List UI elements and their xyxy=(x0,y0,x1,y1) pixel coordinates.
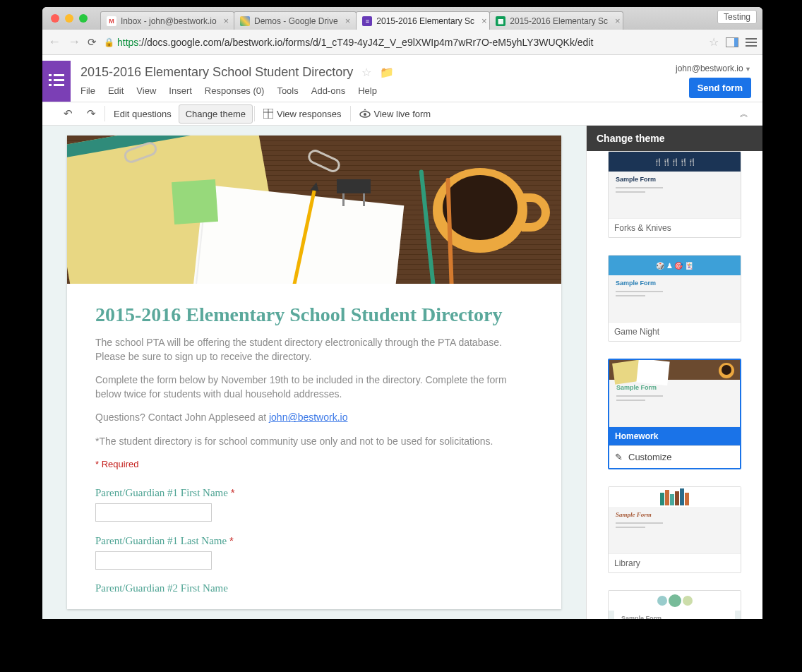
reload-icon[interactable]: ⟳ xyxy=(88,36,97,49)
folder-icon[interactable]: 📁 xyxy=(380,66,394,79)
menu-insert[interactable]: Insert xyxy=(169,85,192,96)
url-rest: ://docs.google.com/a/bestwork.io/forms/d… xyxy=(138,37,593,48)
svg-rect-5 xyxy=(54,84,64,86)
eye-icon xyxy=(359,108,371,119)
form-description-3: Questions? Contact John Appleseed at joh… xyxy=(95,411,533,425)
menu-view[interactable]: View xyxy=(136,85,156,96)
theme-thumb: Sample Form xyxy=(609,360,740,426)
contact-email-link[interactable]: john@bestwork.io xyxy=(269,412,348,423)
menu-tools[interactable]: Tools xyxy=(277,85,298,96)
browser-tab-gmail[interactable]: M Inbox - john@bestwork.io × xyxy=(100,11,234,30)
form-preview-pane[interactable]: 2015-2016 Elementary School Student Dire… xyxy=(42,126,586,619)
send-form-button[interactable]: Send form xyxy=(689,78,751,98)
menu-help[interactable]: Help xyxy=(358,85,377,96)
theme-panel: Change theme 🍴🍴🍴🍴🍴 Sample Form Forks & K… xyxy=(586,126,762,619)
separator xyxy=(104,106,105,121)
form-card: 2015-2016 Elementary School Student Dire… xyxy=(67,136,561,609)
forms-logo[interactable] xyxy=(42,61,71,102)
theme-list[interactable]: 🍴🍴🍴🍴🍴 Sample Form Forks & Knives 🎲 ♟ 🎯 🃏… xyxy=(587,151,762,619)
theme-card-homework[interactable]: Sample Form Homework ✎ Customize xyxy=(608,359,741,469)
tab-strip: M Inbox - john@bestwork.io × Demos - Goo… xyxy=(42,7,762,30)
forward-icon[interactable]: → xyxy=(68,35,80,49)
view-live-form-button[interactable]: View live form xyxy=(352,104,438,124)
theme-name: Game Night xyxy=(609,322,741,341)
required-legend: * Required xyxy=(95,459,533,469)
browser-tabs: M Inbox - john@bestwork.io × Demos - Goo… xyxy=(100,7,762,30)
theme-thumb: Sample Form xyxy=(609,591,741,619)
separator xyxy=(254,106,255,121)
close-icon[interactable]: × xyxy=(224,16,229,26)
maximize-window-icon[interactable] xyxy=(79,14,88,23)
form-description-4: *The student directory is for school com… xyxy=(95,435,533,449)
edit-questions-button[interactable]: Edit questions xyxy=(107,104,179,124)
question-input-2[interactable] xyxy=(95,551,212,570)
required-asterisk: * xyxy=(231,486,235,498)
form-body: 2015-2016 Elementary School Student Dire… xyxy=(67,284,561,614)
tab-label: Inbox - john@bestwork.io xyxy=(121,16,217,26)
close-window-icon[interactable] xyxy=(51,14,59,23)
menu-file[interactable]: File xyxy=(80,85,95,96)
svg-rect-4 xyxy=(49,84,52,86)
theme-hero-image xyxy=(67,136,561,284)
theme-card-next[interactable]: Sample Form xyxy=(608,590,741,619)
question-label-2: Parent/Guardian #1 Last Name * xyxy=(95,534,533,547)
theme-name: Library xyxy=(609,553,741,572)
theme-name: Homework xyxy=(609,426,740,445)
document-title[interactable]: 2015-2016 Elementary School Student Dire… xyxy=(80,65,353,80)
close-icon[interactable]: × xyxy=(345,16,351,26)
forms-toolbar: ↶ ↷ Edit questions Change theme View res… xyxy=(42,102,762,126)
browser-tab-drive[interactable]: Demos - Google Drive × xyxy=(234,11,357,30)
star-icon[interactable]: ☆ xyxy=(361,66,371,79)
required-asterisk: * xyxy=(229,534,234,546)
thumb-sample-label: Sample Form xyxy=(616,280,734,287)
thumb-sample-label: Sample Form xyxy=(621,615,728,619)
theme-card-forks-knives[interactable]: 🍴🍴🍴🍴🍴 Sample Form Forks & Knives xyxy=(608,151,741,238)
collapse-toolbar-icon[interactable]: ︽ xyxy=(740,108,748,120)
question-label-3: Parent/Guardian #2 First Name xyxy=(95,582,533,594)
svg-rect-2 xyxy=(49,79,52,81)
theme-thumb: Sample Form xyxy=(609,487,741,553)
close-icon[interactable]: × xyxy=(481,16,487,26)
theme-card-game-night[interactable]: 🎲 ♟ 🎯 🃏 Sample Form Game Night xyxy=(608,255,741,342)
change-theme-button[interactable]: Change theme xyxy=(179,104,253,124)
minimize-window-icon[interactable] xyxy=(65,14,73,23)
customize-theme-button[interactable]: ✎ Customize xyxy=(609,445,740,468)
svg-rect-0 xyxy=(49,74,52,76)
menu-icon[interactable] xyxy=(746,38,757,47)
form-description-2: Complete the form below by November 19th… xyxy=(95,373,533,401)
browser-tab-sheets[interactable]: ▦ 2015-2016 Elementary Sc × xyxy=(489,11,623,30)
menu-responses[interactable]: Responses (0) xyxy=(205,85,265,96)
redo-icon[interactable]: ↷ xyxy=(80,103,103,124)
thumb-sample-label: Sample Form xyxy=(616,384,733,391)
menu-addons[interactable]: Add-ons xyxy=(311,85,345,96)
content-row: 2015-2016 Elementary School Student Dire… xyxy=(42,126,762,619)
account-email[interactable]: john@bestwork.io xyxy=(676,64,751,73)
theme-name: Forks & Knives xyxy=(609,218,741,237)
sheets-icon: ▦ xyxy=(496,16,505,26)
list-icon xyxy=(49,73,64,88)
user-area: john@bestwork.io Send form xyxy=(676,61,751,98)
close-icon[interactable]: × xyxy=(615,16,621,26)
forms-icon: ≡ xyxy=(362,16,372,26)
svg-point-10 xyxy=(364,113,366,116)
url-field[interactable]: 🔒 https://docs.google.com/a/bestwork.io/… xyxy=(104,37,702,48)
view-responses-button[interactable]: View responses xyxy=(256,104,349,124)
side-panel-icon[interactable] xyxy=(726,37,738,47)
thumb-sample-label: Sample Form xyxy=(616,511,734,518)
gmail-icon: M xyxy=(107,16,116,26)
browser-tab-forms[interactable]: ≡ 2015-2016 Elementary Sc × xyxy=(356,11,490,30)
undo-icon[interactable]: ↶ xyxy=(56,103,80,124)
url-https: https xyxy=(117,37,138,48)
theme-card-library[interactable]: Sample Form Library xyxy=(608,486,741,573)
menu-edit[interactable]: Edit xyxy=(108,85,124,96)
bookmark-star-icon[interactable]: ☆ xyxy=(709,35,719,49)
customize-label: Customize xyxy=(628,452,671,462)
question-input-1[interactable] xyxy=(95,503,212,522)
thumb-sample-label: Sample Form xyxy=(616,176,734,183)
drive-icon xyxy=(240,16,250,26)
svg-rect-3 xyxy=(54,79,64,81)
view-live-label: View live form xyxy=(374,109,431,119)
back-icon[interactable]: ← xyxy=(48,35,61,49)
theme-thumb: 🎲 ♟ 🎯 🃏 Sample Form xyxy=(609,256,741,322)
tab-label: 2015-2016 Elementary Sc xyxy=(510,16,608,26)
